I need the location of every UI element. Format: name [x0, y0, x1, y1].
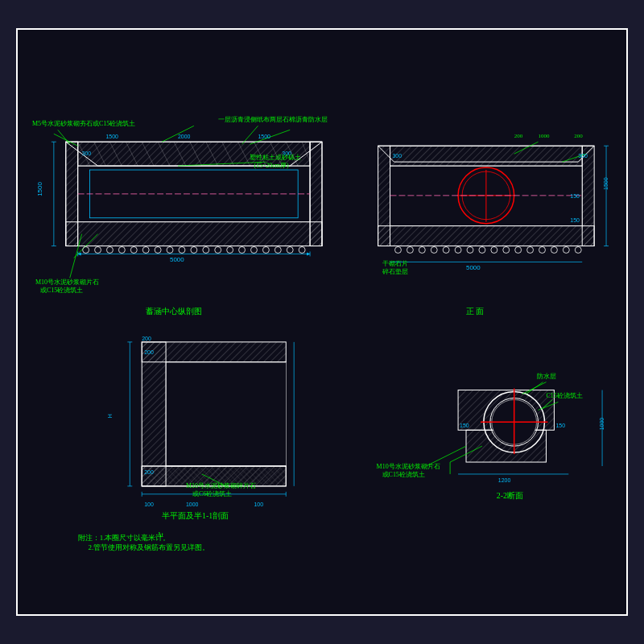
- svg-text:C15砼浇筑土: C15砼浇筑土: [546, 392, 582, 399]
- svg-text:5000: 5000: [466, 264, 481, 271]
- svg-text:2-2断面: 2-2断面: [497, 491, 523, 500]
- svg-text:H: H: [107, 414, 113, 418]
- svg-text:200: 200: [144, 469, 154, 475]
- svg-text:150: 150: [570, 217, 580, 223]
- svg-text:5000: 5000: [170, 256, 184, 263]
- svg-text:一层沥青浸侧纸布两层石棉沥青防水层: 一层沥青浸侧纸布两层石棉沥青防水层: [218, 116, 328, 123]
- svg-text:干砌石片: 干砌石片: [382, 260, 408, 267]
- svg-rect-54: [390, 146, 583, 166]
- svg-text:1500: 1500: [36, 182, 43, 196]
- svg-text:150: 150: [460, 423, 469, 428]
- svg-rect-85: [142, 342, 286, 362]
- svg-text:300: 300: [393, 153, 402, 159]
- svg-text:防水层: 防水层: [537, 373, 556, 380]
- svg-text:100: 100: [254, 502, 263, 507]
- svg-rect-84: [142, 342, 166, 486]
- drawing-area: 5000 1500 1500 2000 1500 300 300: [18, 30, 626, 614]
- svg-text:1500: 1500: [603, 177, 609, 190]
- svg-text:M5号水泥砂浆砌夯石或C15砼浇筑土: M5号水泥砂浆砌夯石或C15砼浇筑土: [32, 120, 135, 127]
- svg-text:M10号水泥砂浆砌碎片石: M10号水泥砂浆砌碎片石: [186, 482, 256, 489]
- svg-text:(15~20cm厚): (15~20cm厚): [254, 162, 289, 169]
- svg-text:1000: 1000: [599, 418, 605, 431]
- svg-text:1000: 1000: [186, 502, 199, 507]
- svg-text:1500: 1500: [258, 134, 270, 139]
- svg-text:1200: 1200: [498, 477, 511, 483]
- svg-text:200: 200: [514, 133, 523, 139]
- svg-text:或C15砼浇筑土: 或C15砼浇筑土: [382, 471, 425, 478]
- svg-text:1000: 1000: [539, 133, 550, 139]
- svg-text:或C6砼浇筑土: 或C6砼浇筑土: [192, 490, 232, 497]
- svg-text:蓄涵中心纵剖图: 蓄涵中心纵剖图: [146, 307, 202, 316]
- svg-text:或C15砼浇筑土: 或C15砼浇筑土: [40, 287, 83, 294]
- svg-rect-55: [378, 226, 595, 246]
- svg-text:M10号水泥砂浆砌片石: M10号水泥砂浆砌片石: [35, 279, 99, 286]
- svg-text:300: 300: [578, 153, 588, 159]
- svg-text:碎石垫层: 碎石垫层: [382, 268, 408, 275]
- svg-text:200: 200: [144, 349, 154, 355]
- svg-text:300: 300: [82, 151, 92, 156]
- svg-text:2000: 2000: [178, 134, 191, 139]
- svg-text:200: 200: [142, 336, 151, 341]
- svg-rect-8: [66, 222, 322, 246]
- svg-text:200: 200: [574, 133, 583, 139]
- svg-text:150: 150: [570, 193, 580, 199]
- svg-text:100: 100: [144, 502, 154, 507]
- svg-text:150: 150: [555, 423, 565, 428]
- svg-text:2.管节使用对称及钢筋布置另见详图。: 2.管节使用对称及钢筋布置另见详图。: [89, 543, 210, 551]
- svg-text:At: At: [157, 531, 164, 539]
- svg-text:半平面及半1-1剖面: 半平面及半1-1剖面: [162, 511, 229, 520]
- svg-text:正  面: 正 面: [466, 307, 484, 316]
- drawing-container: 5000 1500 1500 2000 1500 300 300: [16, 28, 628, 616]
- svg-text:1500: 1500: [105, 134, 118, 139]
